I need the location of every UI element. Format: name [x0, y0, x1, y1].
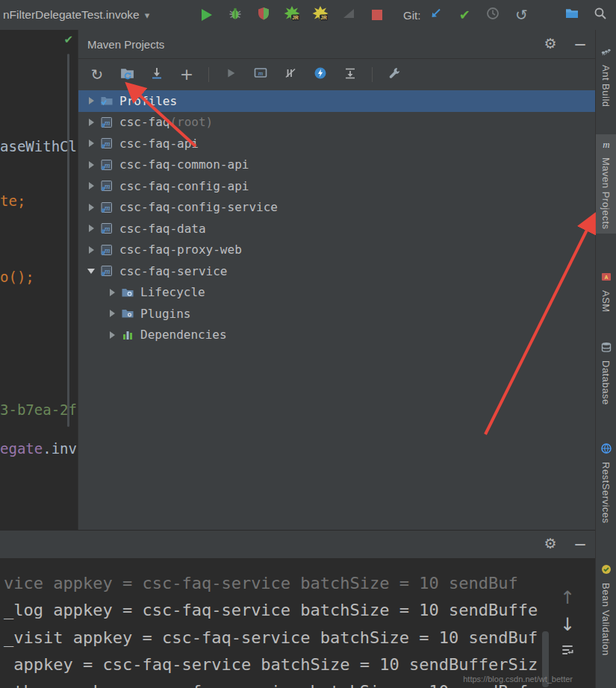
svg-text:m: m — [105, 140, 111, 148]
tree-row-dependencies[interactable]: Dependencies — [78, 325, 595, 346]
tree-row-csc-faq-common-api[interactable]: mcsc-faq-common-api — [78, 154, 595, 176]
editor-scrollbar[interactable] — [67, 54, 69, 427]
tool-button-label: Ant Build — [600, 65, 612, 107]
svg-text:JR: JR — [320, 15, 327, 20]
prev-occurrence-button[interactable]: ↑ — [560, 589, 575, 607]
debug-button[interactable] — [221, 0, 249, 30]
search-everywhere-button[interactable] — [586, 0, 615, 30]
console-line: _visit appkey = csc-faq-service batchSiz… — [4, 625, 538, 651]
maven-module-icon: m — [99, 222, 114, 235]
expand-arrow-icon[interactable] — [83, 97, 99, 104]
tool-button-maven-projects[interactable]: mMaven Projects — [596, 134, 616, 234]
tree-row-csc-faq-config-service[interactable]: mcsc-faq-config-service — [78, 197, 595, 219]
code-fragment: aseWithCl — [0, 138, 77, 154]
console-output: vice appkey = csc-faq-service batchSize … — [4, 570, 538, 688]
add-maven-project-button[interactable]: + — [178, 66, 195, 83]
run-configuration-label: nFilterDelegateTest.invoke — [3, 8, 140, 22]
run-configuration-combo[interactable]: nFilterDelegateTest.invoke ▾ — [0, 8, 178, 22]
expand-arrow-icon[interactable] — [83, 246, 99, 254]
svg-text:A: A — [604, 275, 608, 280]
git-update-button[interactable] — [422, 0, 450, 30]
tool-button-restservices[interactable]: RestServices — [596, 439, 616, 528]
expand-arrow-icon[interactable] — [83, 225, 99, 232]
shelf-button[interactable] — [558, 0, 586, 30]
run-maven-build-button[interactable] — [223, 66, 239, 83]
next-occurrence-button[interactable]: ↓ — [560, 616, 575, 634]
tree-label: Profiles — [119, 94, 177, 108]
profiler-button[interactable] — [335, 0, 363, 30]
tree-toggle-triangle — [110, 331, 115, 339]
expand-arrow-icon[interactable] — [83, 204, 99, 211]
expand-arrow-icon[interactable] — [83, 119, 99, 126]
git-label: Git: — [403, 9, 420, 22]
chevron-down-icon: ▾ — [145, 10, 150, 20]
soft-wrap-icon — [560, 647, 575, 660]
skip-tests-button[interactable] — [282, 66, 299, 83]
tree-toggle-triangle — [89, 119, 94, 126]
collapse-arrow-icon[interactable] — [83, 269, 99, 274]
expand-arrow-icon[interactable] — [83, 182, 99, 190]
code-token: 3-b7ea-2f — [0, 401, 77, 418]
console-output-area[interactable]: vice appkey = csc-faq-service batchSize … — [0, 558, 595, 688]
soft-wrap-button[interactable] — [560, 642, 575, 660]
bean-validation-icon — [600, 563, 612, 578]
tree-row-csc-faq-service[interactable]: mcsc-faq-service — [78, 260, 595, 282]
console-minimize-button[interactable]: — — [565, 537, 595, 551]
jrebel-run-button[interactable]: JR — [278, 0, 306, 30]
svg-text:m: m — [105, 225, 111, 233]
editor-pane[interactable]: ✔ aseWithClte;o();3-b7ea-2fegate.inv — [0, 30, 78, 530]
jrebel-run-icon: JR — [284, 5, 300, 25]
database-icon — [600, 341, 612, 356]
console-settings-gear-button[interactable]: ⚙ — [535, 537, 565, 551]
toggle-offline-button[interactable] — [312, 66, 329, 83]
tree-toggle-triangle — [89, 182, 94, 190]
download-sources-button[interactable] — [149, 66, 165, 83]
tree-label: Lifecycle — [140, 285, 205, 299]
tool-button-database[interactable]: Database — [596, 337, 616, 409]
collapse-all-button[interactable] — [342, 66, 358, 83]
tree-row-csc-faq-proxy-web[interactable]: mcsc-faq-proxy-web — [78, 240, 595, 261]
toolbar-separator — [372, 67, 373, 82]
reimport-button[interactable] — [119, 66, 135, 83]
maven-minimize-button[interactable]: — — [565, 37, 595, 51]
expand-arrow-icon[interactable] — [104, 310, 120, 317]
svg-text:m: m — [105, 118, 111, 126]
expand-arrow-icon[interactable] — [83, 161, 99, 169]
refresh-maven-button[interactable]: ↻ — [89, 66, 105, 83]
svg-text:m: m — [105, 182, 111, 190]
execute-maven-goal-button[interactable]: m — [252, 66, 269, 83]
run-with-coverage-button[interactable] — [249, 0, 278, 30]
maven-settings-button[interactable] — [386, 66, 402, 83]
maven-panel-header: Maven Projects ⚙ — — [78, 30, 595, 59]
tree-row-csc-faq-api[interactable]: mcsc-faq-api — [78, 133, 595, 154]
tool-window-stripe: Ant BuildmMaven ProjectsAASMDatabaseRest… — [595, 30, 616, 688]
tree-label: csc-faq-config-service — [119, 200, 278, 214]
plugins-folder-icon — [120, 307, 135, 320]
gear-icon: ⚙ — [544, 35, 556, 51]
tree-row-lifecycle[interactable]: Lifecycle — [78, 282, 595, 304]
run-button[interactable] — [193, 0, 221, 30]
run-icon — [202, 9, 212, 21]
rest-services-icon — [600, 442, 612, 457]
tree-row-csc-faq[interactable]: mcsc-faq (root) — [78, 112, 595, 134]
tree-row-csc-faq-config-api[interactable]: mcsc-faq-config-api — [78, 175, 595, 197]
tree-toggle-triangle — [110, 289, 115, 296]
tree-row-profiles[interactable]: Profiles — [78, 90, 595, 112]
expand-arrow-icon[interactable] — [83, 140, 99, 147]
tree-row-plugins[interactable]: Plugins — [78, 303, 595, 325]
stop-button[interactable] — [363, 0, 391, 30]
expand-arrow-icon[interactable] — [104, 289, 120, 296]
jrebel-debug-icon: JR — [312, 5, 329, 25]
jrebel-debug-button[interactable]: JR — [306, 0, 335, 30]
git-commit-button[interactable]: ✔ — [450, 0, 479, 30]
tree-label: csc-faq-proxy-web — [119, 243, 242, 257]
git-rollback-button[interactable]: ↺ — [507, 0, 535, 30]
maven-settings-gear-button[interactable]: ⚙ — [535, 37, 565, 51]
tool-button-bean-validation[interactable]: Bean Validation — [596, 560, 616, 660]
expand-arrow-icon[interactable] — [104, 331, 120, 339]
tool-button-ant-build[interactable]: Ant Build — [596, 42, 616, 111]
coverage-shield-icon — [256, 6, 271, 24]
tree-row-csc-faq-data[interactable]: mcsc-faq-data — [78, 218, 595, 240]
tool-button-asm[interactable]: AASM — [596, 267, 616, 316]
git-history-button[interactable] — [479, 0, 507, 30]
